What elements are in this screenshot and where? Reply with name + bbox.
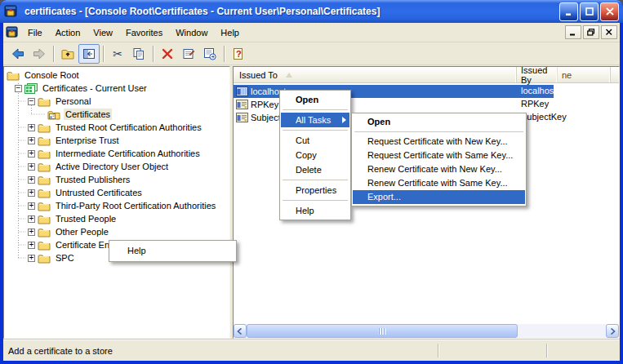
- tree-item-third-party-root-cas[interactable]: Third-Party Root Certification Authoriti…: [4, 199, 217, 212]
- submenu-request-certificate-new-key[interactable]: Request Certificate with New Key...: [353, 135, 525, 149]
- tree-item-enterprise-trust[interactable]: Enterprise Trust: [4, 134, 121, 147]
- context-menu-delete[interactable]: Delete: [281, 162, 349, 177]
- expand-expander[interactable]: [28, 124, 35, 131]
- submenu-renew-certificate-new-key[interactable]: Renew Certificate with New Key...: [353, 162, 525, 176]
- tree-item-label-selected: Certificates: [64, 109, 112, 120]
- tree-item-spc[interactable]: SPC: [4, 251, 76, 264]
- context-menu-all-tasks[interactable]: All Tasks: [281, 113, 349, 127]
- tree-item-personal[interactable]: Personal: [4, 95, 92, 108]
- tree-item-certificates-current-user[interactable]: Certificates - Current User: [4, 82, 149, 95]
- collapse-expander[interactable]: [28, 98, 35, 105]
- submenu-export[interactable]: Export...: [353, 190, 525, 204]
- context-menu-copy[interactable]: Copy: [281, 148, 349, 162]
- menu-window[interactable]: Window: [169, 25, 214, 40]
- certificate-icon: [236, 113, 248, 122]
- submenu-renew-certificate-same-key[interactable]: Renew Certificate with Same Key...: [353, 176, 525, 190]
- expand-expander[interactable]: [28, 255, 35, 262]
- expand-expander[interactable]: [28, 189, 35, 197]
- toolbar-separator: [53, 46, 54, 62]
- submenu-request-certificate-same-key[interactable]: Request Certificate with Same Key...: [353, 149, 525, 162]
- collapse-expander[interactable]: [15, 85, 22, 92]
- column-header-issued-to[interactable]: Issued To: [234, 67, 517, 82]
- expand-expander[interactable]: [28, 242, 35, 249]
- tree-item-untrusted-certificates[interactable]: Untrusted Certificates: [4, 186, 144, 199]
- folder-icon: [38, 201, 51, 211]
- expand-expander[interactable]: [28, 229, 35, 236]
- help-icon: [232, 47, 245, 60]
- tree-item-console-root[interactable]: Console Root: [4, 69, 81, 82]
- forward-icon: [33, 47, 46, 60]
- tree-item-ad-user-object[interactable]: Active Directory User Object: [4, 160, 170, 173]
- help-button[interactable]: [228, 44, 249, 64]
- console-tree-pane: Console Root Certificates - Current User…: [3, 66, 230, 339]
- clipped-column-text: ne: [562, 70, 572, 80]
- cut-button[interactable]: ✂: [107, 44, 128, 64]
- folder-icon: [38, 214, 51, 224]
- tree-item-label: Trusted Root Certification Authorities: [54, 122, 203, 133]
- title-bar[interactable]: certificates - [Console Root\Certificate…: [0, 0, 623, 23]
- floating-menu-help[interactable]: Help: [110, 242, 235, 260]
- child-minimize-button[interactable]: [565, 25, 581, 39]
- context-menu-help[interactable]: Help: [281, 203, 349, 218]
- tree-item-intermediate-cas[interactable]: Intermediate Certification Authorities: [4, 147, 202, 160]
- tree-item-trusted-root-cas[interactable]: Trusted Root Certification Authorities: [4, 121, 203, 134]
- column-header-clipped[interactable]: ne: [558, 67, 611, 82]
- show-hide-console-tree-button[interactable]: [78, 44, 100, 64]
- minimize-button[interactable]: [559, 2, 578, 21]
- up-folder-icon: [61, 47, 74, 60]
- menu-action[interactable]: Action: [49, 25, 87, 40]
- issued-to-cell: RPKey: [251, 100, 278, 109]
- folder-icon: [7, 70, 20, 81]
- menu-favorites[interactable]: Favorites: [119, 25, 169, 40]
- tree-item-label: Console Root: [23, 69, 81, 81]
- maximize-icon: [585, 7, 594, 16]
- expand-expander[interactable]: [28, 150, 35, 158]
- copy-button[interactable]: [128, 44, 149, 64]
- scrollbar-grip: [379, 328, 386, 335]
- menu-separator: [283, 109, 348, 110]
- expand-expander[interactable]: [28, 163, 35, 171]
- context-menu-properties[interactable]: Properties: [281, 183, 349, 198]
- certificate-icon: [236, 100, 248, 109]
- back-button[interactable]: [7, 44, 29, 64]
- issued-by-cell: RPKey: [521, 99, 549, 109]
- chevron-left-icon: [237, 328, 243, 335]
- submenu-open[interactable]: Open: [353, 115, 525, 129]
- menu-file[interactable]: File: [21, 25, 49, 40]
- expand-expander[interactable]: [28, 215, 35, 223]
- forward-button[interactable]: [29, 44, 50, 64]
- console-tree-icon: [82, 47, 96, 60]
- tree-item-trusted-publishers[interactable]: Trusted Publishers: [4, 173, 131, 186]
- column-header-issued-by[interactable]: Issued By: [517, 67, 558, 82]
- export-list-button[interactable]: [199, 44, 220, 64]
- folder-icon: [38, 96, 51, 107]
- close-button[interactable]: [600, 2, 619, 21]
- horizontal-scrollbar[interactable]: [234, 324, 619, 338]
- toolbar-separator: [153, 46, 154, 62]
- tree-item-other-people[interactable]: Other People: [4, 225, 110, 238]
- context-menu-cut[interactable]: Cut: [281, 133, 349, 148]
- menu-help[interactable]: Help: [214, 25, 246, 40]
- expand-expander[interactable]: [28, 202, 35, 210]
- tree-item-certificates[interactable]: Certificates: [4, 108, 112, 121]
- expand-expander[interactable]: [28, 137, 35, 144]
- expand-expander[interactable]: [28, 176, 35, 184]
- folder-icon: [38, 149, 51, 159]
- context-menu-open[interactable]: Open: [281, 92, 349, 107]
- folder-icon: [38, 122, 51, 133]
- up-one-level-button[interactable]: [57, 44, 78, 64]
- scroll-left-button[interactable]: [234, 324, 247, 338]
- menu-separator: [354, 131, 523, 132]
- child-restore-button[interactable]: [583, 25, 599, 39]
- child-close-button[interactable]: [601, 25, 617, 39]
- maximize-button[interactable]: [580, 2, 599, 21]
- menu-view[interactable]: View: [87, 25, 119, 40]
- console-window-icon[interactable]: [6, 26, 18, 38]
- tree-item-trusted-people[interactable]: Trusted People: [4, 212, 118, 225]
- properties-button[interactable]: [178, 44, 199, 64]
- scroll-right-button[interactable]: [606, 324, 619, 338]
- scrollbar-thumb[interactable]: [247, 324, 518, 338]
- delete-x-icon: [161, 47, 174, 60]
- delete-button[interactable]: [157, 44, 178, 64]
- issued-by-cell: SubjectKey: [521, 112, 567, 122]
